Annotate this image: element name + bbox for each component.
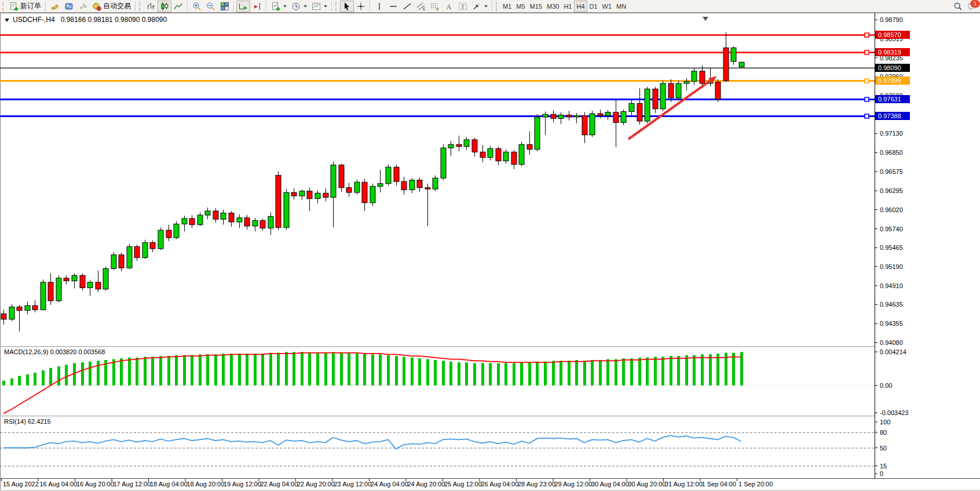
horizontal-level-line[interactable] [0, 114, 875, 118]
main-price-panel[interactable] [0, 17, 875, 332]
fibonacci-button[interactable]: F [428, 1, 442, 12]
price-tick-label: 0.94080 [880, 339, 903, 346]
macd-histogram-bar [316, 353, 319, 385]
cursor-button[interactable] [340, 1, 354, 12]
time-axis[interactable]: 15 Aug 202216 Aug 04:0016 Aug 20:0017 Au… [2, 479, 773, 488]
svg-text:A: A [447, 2, 452, 10]
signals-button[interactable] [76, 1, 90, 12]
bar-chart-button[interactable] [144, 1, 158, 12]
candle [260, 219, 265, 231]
text-label-button[interactable]: T [456, 1, 470, 12]
line-chart-button[interactable] [171, 1, 185, 12]
candlestick-chart-button[interactable] [158, 1, 171, 12]
candle [291, 188, 297, 199]
search-button[interactable] [951, 1, 965, 12]
trendline-button[interactable] [400, 1, 414, 12]
rsi-axis-label: 15 [880, 463, 887, 470]
horizontal-level-line[interactable] [0, 33, 875, 37]
price-tick-label: 0.95740 [880, 226, 903, 232]
chevron-down-icon [283, 5, 287, 8]
rsi-panel[interactable]: 1008050150 [0, 419, 890, 477]
equidistant-channel-button[interactable]: E [414, 1, 428, 12]
quick-trade-collapse-icon[interactable] [5, 19, 9, 22]
line-handle [865, 50, 869, 54]
promo-button[interactable] [48, 1, 62, 12]
chart-shift-marker[interactable] [703, 17, 708, 21]
arrows-icon [472, 2, 481, 11]
timeframe-m1-button[interactable]: M1 [500, 1, 514, 12]
vertical-line-button[interactable] [372, 1, 386, 12]
price-axis[interactable]: 0.987900.985150.982350.979600.976800.974… [875, 16, 910, 346]
time-tick-label: 24 Aug 04:00 [371, 481, 408, 488]
macd-histogram-bar [308, 353, 311, 385]
indicators-button[interactable] [269, 1, 289, 12]
tile-windows-button[interactable] [218, 1, 232, 12]
macd-histogram-bar [575, 360, 578, 385]
horizontal-line-button[interactable] [386, 1, 400, 12]
candle [103, 267, 108, 290]
timeframe-m15-button[interactable]: M15 [528, 1, 544, 12]
text-button[interactable]: A [442, 1, 456, 12]
macd-histogram-bar [371, 354, 374, 385]
new-order-button[interactable]: 新订单 [7, 1, 43, 12]
notifications-button[interactable]: 1 [965, 1, 979, 12]
auto-trading-button[interactable]: 自动交易 [90, 1, 133, 12]
macd-histogram-bar [97, 361, 100, 385]
templates-button[interactable] [309, 1, 330, 12]
macd-panel[interactable]: 0.0042140.00-0.003423 [0, 348, 909, 416]
arrows-button[interactable] [470, 1, 490, 12]
timeframe-h1-button[interactable]: H1 [561, 1, 574, 12]
price-tick-label: 0.96850 [880, 149, 903, 156]
candle [276, 171, 281, 230]
candle [339, 163, 344, 191]
time-tick-label: 28 Aug 23:00 [518, 481, 555, 488]
horizontal-level-line[interactable] [0, 97, 875, 101]
macd-histogram-bar [630, 358, 633, 385]
periods-button[interactable] [289, 1, 309, 12]
macd-histogram-bar [716, 354, 719, 385]
candle [519, 142, 524, 167]
horizontal-level-line[interactable] [0, 79, 875, 83]
candle [307, 188, 312, 211]
auto-scroll-button[interactable] [236, 1, 250, 12]
metaeditor-button[interactable] [62, 1, 76, 12]
time-tick-label: 16 Aug 04:00 [40, 481, 78, 488]
macd-histogram-bar [34, 373, 36, 385]
candle [370, 184, 375, 206]
macd-histogram-bar [199, 354, 202, 385]
candle [346, 183, 352, 197]
zoom-in-button[interactable] [190, 1, 204, 12]
macd-histogram-bar [42, 370, 45, 385]
chart-canvas[interactable]: 0.987900.985150.982350.979600.976800.974… [0, 13, 980, 490]
macd-histogram-bar [606, 359, 609, 385]
macd-axis-label: 0.00 [880, 382, 892, 389]
macd-histogram-bar [403, 357, 405, 385]
horizontal-level-line[interactable] [0, 50, 875, 54]
macd-histogram-bar [261, 354, 264, 385]
price-tick-label: 0.98790 [880, 16, 903, 23]
chart-shift-button[interactable] [250, 1, 264, 12]
time-tick-label: 18 Aug 04:00 [150, 481, 188, 488]
macd-histogram-bar [732, 353, 735, 385]
candle [566, 111, 572, 121]
timeframe-m30-button[interactable]: M30 [544, 1, 561, 12]
toolbar-grip [139, 2, 142, 11]
macd-histogram-bar [49, 368, 52, 385]
macd-histogram-bar [654, 357, 657, 385]
timeframe-mn-button[interactable]: MN [614, 1, 628, 12]
crosshair-button[interactable] [354, 1, 368, 12]
timeframe-m5-button[interactable]: M5 [514, 1, 527, 12]
timeframe-h4-button[interactable]: H4 [574, 1, 587, 12]
zoom-out-button[interactable] [204, 1, 218, 12]
timeframe-d1-button[interactable]: D1 [587, 1, 600, 12]
separator [370, 1, 371, 11]
macd-histogram-bar [2, 381, 5, 385]
macd-histogram-bar [230, 354, 233, 385]
macd-histogram-bar [465, 362, 468, 385]
macd-axis-label: 0.004214 [880, 348, 906, 355]
toolbar-grip[interactable] [2, 2, 6, 11]
timeframe-w1-button[interactable]: W1 [600, 1, 615, 12]
time-tick-label: 26 Aug 04:00 [481, 481, 519, 488]
separator [45, 1, 46, 11]
macd-histogram-bar [520, 362, 523, 385]
